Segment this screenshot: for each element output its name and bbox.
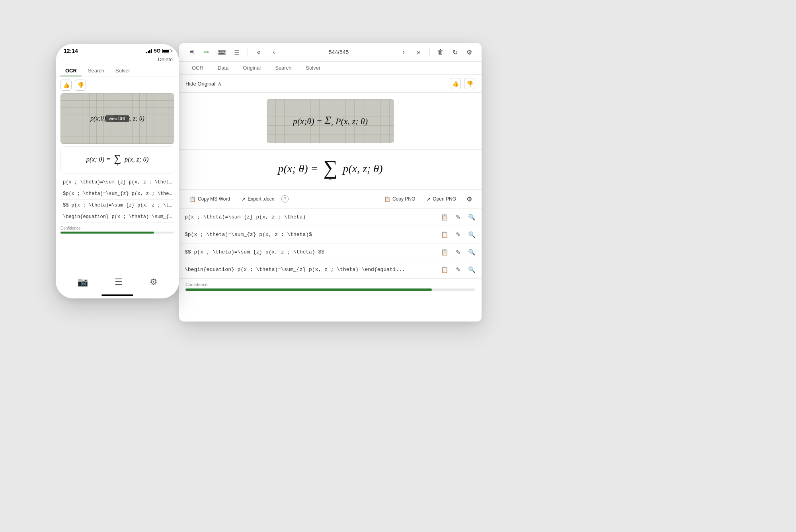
code-line-1[interactable]: p(x ; \theta)=\sum_{z} p(x, z ; \theta) — [60, 177, 174, 188]
copy-ms-word-button[interactable]: 📋 Copy MS Word — [185, 194, 234, 204]
refresh-button[interactable]: ↻ — [449, 46, 461, 58]
table-row: $p(x ; \theta)=\sum_{z} p(x, z ; \theta)… — [179, 226, 482, 244]
rendered-formula: p(x; θ) = ∑z p(x, z; θ) — [86, 154, 149, 166]
code-row-text-2[interactable]: $p(x ; \theta)=\sum_{z} p(x, z ; \theta)… — [179, 228, 438, 242]
copy-row-1-button[interactable]: 📋 — [438, 210, 451, 224]
edit-row-1-button[interactable]: ✎ — [451, 210, 465, 224]
battery-icon — [162, 49, 171, 53]
delete-button[interactable]: 🗑 — [435, 46, 447, 58]
desktop-formula-image: p(x;θ) = Σz P(x, z; θ) — [293, 114, 368, 128]
copy-png-button[interactable]: 📋 Copy PNG — [380, 194, 419, 204]
desktop-app: 🖥 ✏ ⌨ ☰ « ‹ 544/545 › » 🗑 ↻ ⚙ OCR Data O… — [179, 43, 482, 322]
desktop-image-area: p(x;θ) = Σz P(x, z; θ) — [179, 93, 482, 150]
phone-tabs: OCR Search Solver — [56, 64, 179, 76]
search-row-1-button[interactable]: 🔍 — [465, 210, 478, 224]
help-icon[interactable]: ? — [281, 195, 289, 203]
phone-toolbar: Delete — [56, 56, 179, 64]
desktop-rendered-formula: p(x; θ) = ∑z p(x, z; θ) — [278, 158, 382, 181]
phone-time: 12:14 — [64, 48, 78, 54]
phone-status-right: 5G — [146, 48, 171, 54]
prev-page-button[interactable]: ‹ — [268, 46, 280, 58]
row-actions-2: 📋 ✎ 🔍 — [438, 228, 482, 242]
desktop-toolbar: 🖥 ✏ ⌨ ☰ « ‹ 544/545 › » 🗑 ↻ ⚙ — [179, 43, 482, 62]
rendered-formula-box: p(x; θ) = ∑z p(x, z; θ) — [60, 146, 174, 173]
code-row-text-1[interactable]: p(x ; \theta)=\sum_{z} p(x, z ; \theta) — [179, 210, 438, 224]
row-actions-4: 📋 ✎ 🔍 — [438, 263, 482, 277]
open-png-icon: ↗ — [426, 196, 431, 202]
toolbar-separator — [248, 48, 248, 56]
view-url-badge[interactable]: View URL — [105, 115, 129, 122]
chevron-up-icon: ∧ — [218, 81, 222, 87]
search-row-2-button[interactable]: 🔍 — [465, 228, 478, 242]
next-page-button[interactable]: › — [398, 46, 410, 58]
copy-png-icon: 📋 — [384, 196, 390, 202]
open-png-label: Open PNG — [433, 196, 456, 202]
tab-original[interactable]: Original — [236, 62, 267, 75]
hide-original-bar: Hide Original ∧ 👍 👎 — [179, 75, 482, 93]
desktop-action-bar: 📋 Copy MS Word ↗ Export .docx ? 📋 Copy P… — [179, 190, 482, 209]
tab-search[interactable]: Search — [269, 62, 298, 75]
toolbar-separator-2 — [429, 48, 430, 56]
first-page-button[interactable]: « — [253, 46, 265, 58]
search-row-3-button[interactable]: 🔍 — [465, 246, 478, 259]
settings-button[interactable]: ⚙ — [463, 46, 475, 58]
signal-icon — [146, 49, 152, 53]
page-counter: 544/545 — [283, 49, 394, 55]
copy-ms-word-label: Copy MS Word — [198, 196, 230, 202]
desktop-confidence-bar-fill — [185, 288, 432, 291]
tab-solver[interactable]: Solver — [299, 62, 327, 75]
hamburger-button[interactable]: ☰ — [231, 46, 243, 58]
export-icon: ↗ — [241, 196, 246, 202]
tab-ocr[interactable]: OCR — [60, 66, 82, 76]
table-row: p(x ; \theta)=\sum_{z} p(x, z ; \theta) … — [179, 209, 482, 226]
action-settings-button[interactable]: ⚙ — [463, 193, 475, 205]
phone-frame: 12:14 5G Delete OCR Search Solver 👍 👎 — [56, 44, 179, 298]
delete-button[interactable]: Delete — [158, 57, 173, 62]
menu-nav-icon[interactable]: ☰ — [115, 277, 123, 287]
tab-data[interactable]: Data — [211, 62, 235, 75]
desktop-tabs: OCR Data Original Search Solver — [179, 62, 482, 75]
edit-row-4-button[interactable]: ✎ — [451, 263, 465, 277]
last-page-button[interactable]: » — [413, 46, 425, 58]
confidence-label: Confidence — [60, 226, 174, 230]
desktop-confidence-area: Confidence — [179, 279, 482, 294]
open-png-button[interactable]: ↗ Open PNG — [422, 194, 460, 204]
code-line-2[interactable]: $p(x ; \theta)=\sum_{z} p(x, z ; \theta)… — [60, 188, 174, 200]
monitor-button[interactable]: 🖥 — [185, 46, 197, 58]
edit-row-2-button[interactable]: ✎ — [451, 228, 465, 242]
phone-status-bar: 12:14 5G — [56, 44, 179, 56]
tab-solver[interactable]: Solver — [111, 66, 135, 76]
export-docx-button[interactable]: ↗ Export .docx — [237, 194, 278, 204]
thumbs-row: 👍 👎 — [60, 80, 174, 91]
code-lines: p(x ; \theta)=\sum_{z} p(x, z ; \theta) … — [60, 177, 174, 223]
hide-original-button[interactable]: Hide Original ∧ — [185, 81, 222, 87]
copy-row-4-button[interactable]: 📋 — [438, 263, 451, 277]
edit-row-3-button[interactable]: ✎ — [451, 246, 465, 259]
code-row-text-4[interactable]: \begin{equation} p(x ; \theta)=\sum_{z} … — [179, 263, 438, 277]
thumbs-up-button[interactable]: 👍 — [450, 78, 461, 89]
confidence-section: Confidence — [60, 226, 174, 234]
confidence-bar-background — [60, 232, 174, 234]
keyboard-button[interactable]: ⌨ — [216, 46, 228, 58]
code-line-3[interactable]: $$ p(x ; \theta)=\sum_{z} p(x, z ; \thet… — [60, 200, 174, 211]
code-line-4[interactable]: \begin{equation} p(x ; \theta)=\sum_{z} … — [60, 211, 174, 223]
row-actions-3: 📋 ✎ 🔍 — [438, 246, 482, 259]
thumbs-down-button[interactable]: 👎 — [75, 80, 86, 91]
desktop-formula-image-box: p(x;θ) = Σz P(x, z; θ) — [267, 99, 394, 143]
thumbs-down-button[interactable]: 👎 — [464, 78, 475, 89]
copy-png-label: Copy PNG — [392, 196, 415, 202]
copy-icon: 📋 — [189, 196, 196, 202]
tab-ocr[interactable]: OCR — [185, 62, 210, 75]
camera-nav-icon[interactable]: 📷 — [77, 277, 88, 287]
search-row-4-button[interactable]: 🔍 — [465, 263, 478, 277]
pen-button[interactable]: ✏ — [201, 46, 213, 58]
tab-search[interactable]: Search — [83, 66, 109, 76]
confidence-bar-fill — [60, 232, 154, 234]
thumbs-up-button[interactable]: 👍 — [60, 80, 72, 91]
code-row-text-3[interactable]: $$ p(x ; \theta)=\sum_{z} p(x, z ; \thet… — [179, 245, 438, 259]
settings-nav-icon[interactable]: ⚙ — [150, 277, 158, 287]
desktop-confidence-bar-background — [185, 288, 475, 291]
copy-row-2-button[interactable]: 📋 — [438, 228, 451, 242]
copy-row-3-button[interactable]: 📋 — [438, 246, 451, 259]
desktop-confidence-label: Confidence — [185, 282, 475, 287]
